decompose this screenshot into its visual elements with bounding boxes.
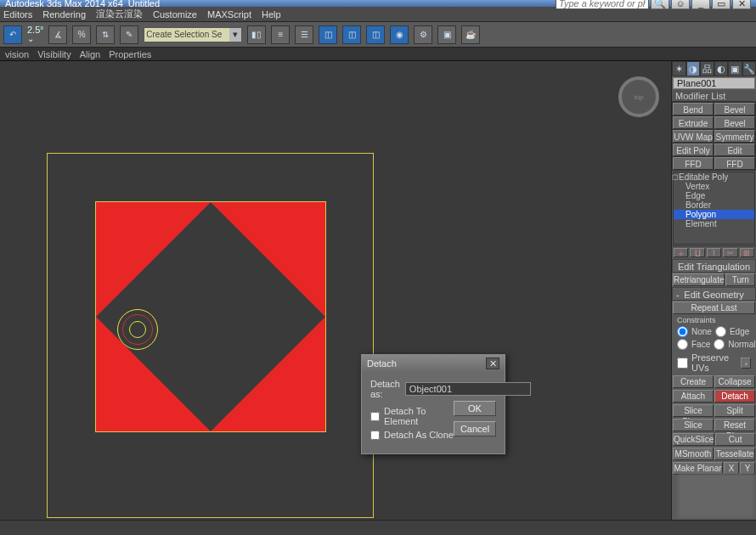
dialog-titlebar[interactable]: Detach ✕ bbox=[362, 355, 505, 372]
pin-stack-icon[interactable]: ⏚ bbox=[674, 248, 688, 257]
stack-polygon[interactable]: Polygon bbox=[674, 210, 754, 219]
detach-as-clone-checkbox[interactable] bbox=[370, 431, 380, 440]
mod-bevel[interactable]: Bevel bbox=[714, 103, 755, 115]
motion-tab-icon[interactable]: ◐ bbox=[714, 61, 729, 76]
tab-vision[interactable]: vision bbox=[5, 49, 29, 59]
infocenter-icon[interactable]: 🔍 bbox=[651, 0, 669, 9]
modify-tab-icon[interactable]: ◑ bbox=[686, 61, 701, 76]
object-name-field[interactable]: Plane001 bbox=[673, 77, 755, 89]
maximize-button[interactable]: ▭ bbox=[712, 0, 731, 9]
slice-plane-button[interactable]: Slice Plane bbox=[673, 404, 714, 417]
preserve-uvs-settings-icon[interactable]: ▫ bbox=[741, 358, 751, 369]
angle-snap-icon[interactable]: ∡ bbox=[48, 25, 67, 44]
tab-visibility[interactable]: Visibility bbox=[37, 49, 71, 59]
menu-rendering[interactable]: Rendering bbox=[42, 9, 86, 20]
viewcube[interactable]: top bbox=[618, 76, 659, 117]
material-editor-icon[interactable]: ◉ bbox=[390, 25, 409, 44]
minimize-button[interactable]: _ bbox=[691, 0, 710, 9]
modifier-list-dropdown[interactable]: Modifier List bbox=[672, 90, 756, 102]
close-button[interactable]: ✕ bbox=[732, 0, 751, 9]
menu-help[interactable]: Help bbox=[262, 9, 281, 20]
percent-snap-icon[interactable]: % bbox=[72, 25, 91, 44]
render-frame-icon[interactable]: ▣ bbox=[437, 25, 456, 44]
detach-as-input[interactable] bbox=[405, 382, 531, 396]
edit-named-sel-icon[interactable]: ✎ bbox=[120, 25, 138, 44]
viewport[interactable]: top Detach ✕ Detach as: Detach To Elemen… bbox=[0, 61, 671, 535]
utilities-tab-icon[interactable]: 🔧 bbox=[742, 61, 757, 76]
menu-cloudrender[interactable]: 渲染云渲染 bbox=[96, 8, 143, 20]
create-tab-icon[interactable]: ✶ bbox=[672, 61, 686, 76]
modifier-stack[interactable]: Editable Poly Vertex Edge Border Polygon… bbox=[673, 172, 755, 245]
hierarchy-tab-icon[interactable]: 品 bbox=[700, 61, 714, 76]
split-button[interactable]: Split bbox=[714, 404, 755, 417]
align-icon[interactable]: ≡ bbox=[271, 25, 290, 44]
reset-plane-button[interactable]: Reset Plan bbox=[714, 419, 755, 431]
attach-button[interactable]: Attach bbox=[673, 390, 714, 403]
layers-icon[interactable]: ☰ bbox=[295, 25, 313, 44]
stack-element[interactable]: Element bbox=[674, 219, 754, 228]
mirror-icon[interactable]: ▮▯ bbox=[247, 25, 266, 44]
object-plane001[interactable] bbox=[96, 202, 325, 431]
help-search-input[interactable] bbox=[556, 0, 649, 9]
retriangulate-button[interactable]: Retriangulate bbox=[673, 273, 725, 286]
create-button[interactable]: Create bbox=[673, 375, 714, 388]
msmooth-button[interactable]: MSmooth bbox=[673, 448, 714, 460]
mod-editpoly[interactable]: Edit Poly bbox=[673, 144, 714, 156]
display-tab-icon[interactable]: ▣ bbox=[728, 61, 742, 76]
mod-ffd3[interactable]: FFD 3x3x3 bbox=[714, 157, 755, 170]
preserve-uvs-checkbox[interactable] bbox=[677, 358, 688, 369]
render-setup-icon[interactable]: ⚙ bbox=[414, 25, 432, 44]
planar-y-button[interactable]: Y bbox=[740, 462, 755, 475]
dope-sheet-icon[interactable]: ◫ bbox=[342, 25, 361, 44]
schematic-icon[interactable]: ◫ bbox=[366, 25, 385, 44]
configure-icon[interactable]: ⊞ bbox=[740, 248, 754, 257]
chevron-down-icon[interactable]: ▾ bbox=[229, 28, 241, 42]
stack-edge[interactable]: Edge bbox=[674, 191, 754, 200]
stack-editable-poly[interactable]: Editable Poly bbox=[674, 172, 754, 182]
detach-button[interactable]: Detach bbox=[714, 390, 755, 403]
unique-icon[interactable]: Ⅰ bbox=[707, 248, 721, 257]
stack-vertex[interactable]: Vertex bbox=[674, 182, 754, 191]
selection-set-input[interactable] bbox=[144, 28, 229, 42]
mod-extrude[interactable]: Extrude bbox=[673, 116, 714, 129]
stack-border[interactable]: Border bbox=[674, 200, 754, 210]
slice-button[interactable]: Slice bbox=[673, 419, 714, 431]
planar-x-button[interactable]: X bbox=[724, 462, 739, 475]
dialog-close-button[interactable]: ✕ bbox=[486, 358, 499, 369]
render-icon[interactable]: ☕ bbox=[461, 25, 480, 44]
spinner-snap-icon[interactable]: ⇅ bbox=[96, 25, 115, 44]
mod-ffd2[interactable]: FFD 2x2x2 bbox=[673, 157, 714, 170]
mod-bevel-profile[interactable]: Bevel Profil bbox=[714, 116, 755, 129]
menu-editors[interactable]: Editors bbox=[3, 9, 32, 20]
mod-uvwmap[interactable]: UVW Map bbox=[673, 130, 714, 143]
remove-mod-icon[interactable]: ✂ bbox=[723, 248, 737, 257]
constraint-face-radio[interactable] bbox=[677, 339, 688, 350]
tab-properties[interactable]: Properties bbox=[109, 49, 151, 59]
constraint-none-radio[interactable] bbox=[677, 326, 688, 337]
tab-align[interactable]: Align bbox=[80, 49, 100, 59]
collapse-button[interactable]: Collapse bbox=[714, 375, 755, 388]
selection-set-dropdown[interactable]: ▾ bbox=[144, 27, 242, 42]
cancel-button[interactable]: Cancel bbox=[454, 421, 496, 436]
cut-button[interactable]: Cut bbox=[715, 433, 755, 446]
menu-customize[interactable]: Customize bbox=[153, 9, 197, 20]
constraint-edge-radio[interactable] bbox=[715, 326, 726, 337]
signin-icon[interactable]: ☺ bbox=[671, 0, 690, 9]
show-end-icon[interactable]: ∐ bbox=[690, 248, 704, 257]
repeat-last-button[interactable]: Repeat Last bbox=[673, 301, 755, 314]
tessellate-button[interactable]: Tessellate bbox=[714, 448, 755, 460]
menu-maxscript[interactable]: MAXScript bbox=[207, 9, 251, 20]
undo-icon[interactable]: ↶ bbox=[3, 25, 22, 44]
rollout-edit-triangulation[interactable]: Edit Triangulation bbox=[672, 259, 756, 273]
detach-to-element-checkbox[interactable] bbox=[370, 412, 380, 421]
make-planar-button[interactable]: Make Planar bbox=[673, 462, 723, 475]
turn-button[interactable]: Turn bbox=[725, 273, 755, 286]
mod-bend[interactable]: Bend bbox=[673, 103, 714, 115]
mod-editspline[interactable]: Edit Spline bbox=[714, 144, 755, 156]
curve-editor-icon[interactable]: ◫ bbox=[319, 25, 337, 44]
quickslice-button[interactable]: QuickSlice bbox=[673, 433, 714, 446]
rollout-edit-geometry[interactable]: -Edit Geometry bbox=[672, 287, 756, 301]
constraint-normal-radio[interactable] bbox=[714, 339, 725, 350]
ok-button[interactable]: OK bbox=[454, 401, 496, 416]
mod-symmetry[interactable]: Symmetry bbox=[714, 130, 755, 143]
